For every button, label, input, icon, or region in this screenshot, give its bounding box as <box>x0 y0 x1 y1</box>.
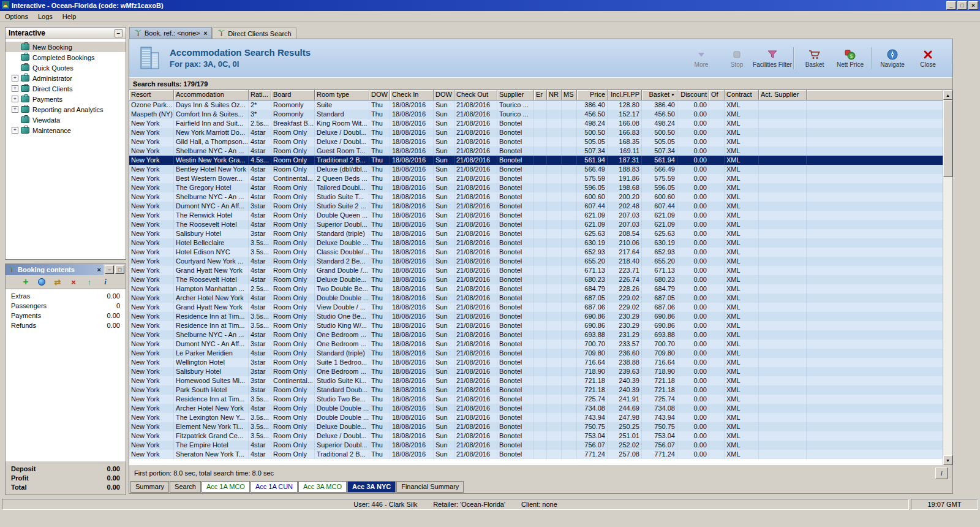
panel-maximize-button[interactable]: □ <box>115 265 124 274</box>
result-row[interactable]: New YorkThe Roosevelt Hotel4starRoom Onl… <box>129 220 943 229</box>
column-header-ms[interactable]: MS <box>562 90 577 100</box>
sidebar-item-new-booking[interactable]: + New Booking <box>6 42 126 52</box>
bottom-tab-acc-1a-cun[interactable]: Acc 1A CUN <box>251 481 298 493</box>
expand-icon[interactable]: + <box>12 96 18 102</box>
result-row[interactable]: New YorkThe Lexington New Y...3.5s...Roo… <box>129 413 943 422</box>
bottom-tab-acc-3a-nyc[interactable]: Acc 3A NYC <box>347 481 396 493</box>
result-row[interactable]: New YorkDumont NYC - An Aff...3starRoom … <box>129 339 943 349</box>
column-header-er[interactable]: Er <box>534 90 547 100</box>
sidebar-item-direct-clients[interactable]: + Direct Clients <box>6 83 126 94</box>
tab-close-icon[interactable]: × <box>204 30 208 37</box>
result-row[interactable]: New YorkFairfield Inn and Suit...2.5s...… <box>129 119 943 128</box>
result-row[interactable]: New YorkShelburne NYC - An ...4starRoom … <box>129 146 943 156</box>
column-header-dow[interactable]: DOW <box>434 90 454 100</box>
result-row[interactable]: New YorkGrand Hyatt New York4starRoom On… <box>129 303 943 312</box>
result-row[interactable]: New YorkResidence Inn at Tim...3.5s...Ro… <box>129 312 943 321</box>
result-row[interactable]: New YorkShelburne NYC - An ...4starRoom … <box>129 330 943 339</box>
result-row[interactable]: New YorkThe Roosevelt Hotel4starRoom Onl… <box>129 275 943 284</box>
basket-button[interactable]: Basket <box>797 47 832 69</box>
collapse-button[interactable]: − <box>115 29 123 37</box>
column-header-price[interactable]: Price <box>577 90 608 100</box>
result-row[interactable]: New YorkElement New York Ti...3.5s...Roo… <box>129 422 943 431</box>
delete-icon[interactable]: × <box>69 277 78 287</box>
sidebar-item-maintenance[interactable]: + Maintenance <box>6 125 126 135</box>
result-row[interactable]: New YorkNew York Marriott Do...4starRoom… <box>129 128 943 137</box>
result-row[interactable]: New YorkThe Empire Hotel4starRoom OnlySu… <box>129 441 943 450</box>
minimize-button[interactable]: _ <box>946 1 956 10</box>
close-button[interactable]: Close <box>911 47 945 69</box>
vertical-scrollbar[interactable]: ▲ ▼ <box>943 90 952 465</box>
result-row[interactable]: New YorkBest Western Bower...4starContin… <box>129 174 943 183</box>
result-row[interactable]: New YorkHampton Manhattan ...2.5s...Room… <box>129 284 943 294</box>
result-row[interactable]: New YorkShelburne NYC - An ...4starRoom … <box>129 192 943 202</box>
result-row[interactable]: New YorkHotel Edison NYC3.5s...Room Only… <box>129 248 943 257</box>
result-row[interactable]: New YorkSalisbury Hotel3starRoom OnlyOne… <box>129 367 943 376</box>
result-row[interactable]: Ozone Park...Days Inn & Suites Oz...2*Ro… <box>129 100 943 110</box>
result-row[interactable]: New YorkWestin New York Gra...4.5s...Roo… <box>129 156 943 165</box>
transfer-icon[interactable]: ⇄ <box>53 277 62 287</box>
scrollbar-track[interactable] <box>943 100 952 455</box>
booking-row-extras[interactable]: Extras 0.00 <box>6 291 126 301</box>
info-icon[interactable]: i <box>100 277 110 287</box>
column-header-supplier[interactable]: Supplier <box>497 90 534 100</box>
sidebar-item-payments[interactable]: + Payments <box>6 94 126 104</box>
menu-logs[interactable]: Logs <box>33 12 58 21</box>
column-header-act-supplier[interactable]: Act. Supplier <box>759 90 807 100</box>
result-row[interactable]: Maspeth (NY)Comfort Inn & Suites...3*Roo… <box>129 110 943 119</box>
globe-icon[interactable] <box>37 277 47 287</box>
result-row[interactable]: New YorkArcher Hotel New York4starRoom O… <box>129 404 943 413</box>
info-button[interactable]: i <box>935 468 948 479</box>
result-row[interactable]: New YorkGild Hall, a Thompson...4starRoo… <box>129 137 943 146</box>
expand-icon[interactable]: + <box>12 85 18 92</box>
column-header-check-out[interactable]: Check Out <box>454 90 497 100</box>
nett-price-button[interactable]: $ Nett Price <box>833 47 867 69</box>
column-header-check-in[interactable]: Check In <box>390 90 434 100</box>
column-header-discount[interactable]: Discount <box>677 90 709 100</box>
result-row[interactable]: New YorkArcher Hotel New York4starRoom O… <box>129 294 943 303</box>
expand-icon[interactable]: + <box>12 75 18 82</box>
facilities-filter-button[interactable]: Facilities Filter <box>755 47 790 69</box>
result-row[interactable]: New YorkSalisbury Hotel3starRoom OnlySta… <box>129 229 943 238</box>
bottom-tab-financial-summary[interactable]: Financial Summary <box>396 481 464 493</box>
tab-direct-clients-search[interactable]: Direct Clients Search <box>213 28 296 39</box>
column-header-board[interactable]: Board <box>271 90 315 100</box>
sidebar-item-viewdata[interactable]: + Viewdata <box>6 115 126 125</box>
result-row[interactable]: New YorkGrand Hyatt New York4starRoom On… <box>129 266 943 275</box>
sidebar-item-administrator[interactable]: + Administrator <box>6 73 126 83</box>
expand-icon[interactable]: + <box>12 106 18 113</box>
column-header-rati[interactable]: Rati... <box>249 90 271 100</box>
booking-row-payments[interactable]: Payments 0.00 <box>6 311 126 320</box>
column-header-room-type[interactable]: Room type <box>315 90 369 100</box>
export-icon[interactable]: ↑ <box>85 277 94 287</box>
bottom-tab-summary[interactable]: Summary <box>130 481 169 493</box>
result-row[interactable]: New YorkSheraton New York T...4starRoom … <box>129 450 943 459</box>
navigate-button[interactable]: Navigate <box>875 47 910 69</box>
bottom-tab-acc-3a-mco[interactable]: Acc 3A MCO <box>298 481 347 493</box>
close-icon[interactable]: × <box>97 266 101 273</box>
result-row[interactable]: New YorkPark South Hotel3starRoom OnlySt… <box>129 385 943 395</box>
sidebar-item-completed-bookings[interactable]: + Completed Bookings <box>6 52 126 63</box>
column-header-accommodation[interactable]: Accommodation <box>174 90 249 100</box>
scroll-down-icon[interactable]: ▼ <box>943 455 952 465</box>
result-row[interactable]: New YorkDumont NYC - An Aff...3starRoom … <box>129 202 943 211</box>
column-header-resort[interactable]: Resort <box>129 90 174 100</box>
result-row[interactable]: New YorkResidence Inn at Tim...3.5s...Ro… <box>129 395 943 404</box>
result-row[interactable]: New YorkThe Renwick Hotel4starRoom OnlyD… <box>129 211 943 220</box>
result-row[interactable]: New YorkLe Parker Meridien4starRoom Only… <box>129 349 943 358</box>
sidebar-item-quick-quotes[interactable]: + Quick Quotes <box>6 63 126 73</box>
add-icon[interactable]: + <box>21 277 31 287</box>
column-header-basket[interactable]: Basket▼ <box>642 90 677 100</box>
result-row[interactable]: New YorkHomewood Suites Mi...3starContin… <box>129 376 943 385</box>
expand-icon[interactable]: + <box>12 127 18 134</box>
column-header-nr[interactable]: NR <box>547 90 562 100</box>
column-header-of[interactable]: Of <box>709 90 725 100</box>
panel-minimize-button[interactable]: – <box>105 265 114 274</box>
column-header-incl-fl-pp[interactable]: Incl.Fl.PP <box>608 90 642 100</box>
close-button[interactable]: × <box>968 1 978 10</box>
result-row[interactable]: New YorkWellington Hotel3starRoom OnlySu… <box>129 358 943 367</box>
result-row[interactable]: New YorkFitzpatrick Grand Ce...3.5s...Ro… <box>129 431 943 441</box>
menu-options[interactable]: Options <box>0 12 33 21</box>
result-row[interactable]: New YorkResidence Inn at Tim...3.5s...Ro… <box>129 321 943 330</box>
column-header-contract[interactable]: Contract <box>725 90 759 100</box>
bottom-tab-search[interactable]: Search <box>170 481 201 493</box>
